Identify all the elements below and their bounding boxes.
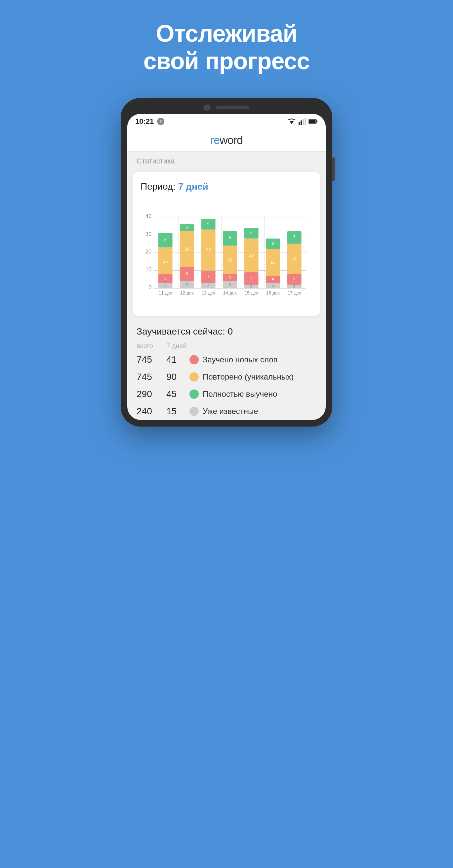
svg-text:16 дек: 16 дек [266, 290, 280, 296]
svg-text:2: 2 [293, 284, 295, 288]
svg-text:7: 7 [293, 235, 296, 239]
phone-screen: 10:21 ⊘ [127, 114, 326, 420]
svg-text:20: 20 [145, 249, 152, 255]
wifi-icon [287, 118, 296, 125]
svg-text:4: 4 [186, 283, 188, 286]
side-button-right [332, 157, 335, 181]
period-value: 7 дней [178, 181, 208, 192]
learning-now-label: Заучивается сейчас: [136, 326, 225, 337]
col-header-7days: 7 дней [166, 342, 190, 350]
svg-text:11 дек: 11 дек [159, 290, 172, 296]
svg-rect-6 [317, 120, 317, 122]
svg-text:15: 15 [270, 260, 275, 265]
svg-marker-0 [289, 121, 294, 124]
stats-card: Период: 7 дней 0 10 20 [133, 172, 320, 316]
chart-area: 0 10 20 30 40 3 5 15 [140, 198, 313, 305]
svg-text:15 дек: 15 дек [245, 290, 259, 296]
section-label: Статистика [127, 152, 326, 169]
table-row: 240 15 Уже известные [127, 403, 326, 420]
bar-chart: 0 10 20 30 40 3 5 15 [140, 198, 313, 305]
svg-text:16: 16 [227, 257, 232, 262]
page-title: Отслеживай свой прогресс [143, 20, 310, 75]
svg-text:30: 30 [145, 231, 152, 237]
svg-text:6: 6 [293, 276, 296, 281]
svg-text:10: 10 [145, 267, 152, 273]
row-label: Повторено (уникальных) [203, 372, 294, 381]
svg-text:0: 0 [149, 284, 152, 290]
row-label: Полностью выучено [203, 390, 277, 399]
svg-rect-4 [304, 118, 306, 125]
svg-text:17 дек: 17 дек [288, 290, 301, 296]
row-label: Заучено новых слов [203, 355, 278, 364]
svg-text:4: 4 [229, 275, 231, 279]
status-left: 10:21 ⊘ [135, 117, 164, 126]
svg-text:23: 23 [206, 247, 211, 252]
phone-top-bar [127, 104, 326, 111]
svg-text:3: 3 [207, 284, 209, 287]
table-header: всего 7 дней [127, 340, 326, 351]
svg-text:6: 6 [207, 221, 209, 226]
svg-text:5: 5 [164, 276, 167, 281]
svg-text:6: 6 [272, 241, 274, 246]
svg-text:14 дек: 14 дек [223, 290, 237, 296]
logo-re: re [210, 134, 220, 146]
svg-text:15: 15 [163, 259, 168, 264]
row-7days: 41 [166, 354, 190, 365]
svg-text:2: 2 [250, 284, 252, 288]
learning-now-row: Заучивается сейчас: 0 [127, 320, 326, 340]
svg-text:17: 17 [292, 256, 297, 261]
svg-text:8: 8 [186, 272, 188, 276]
svg-text:7: 7 [250, 276, 253, 281]
svg-text:4: 4 [229, 283, 231, 286]
svg-text:13 дек: 13 дек [202, 290, 216, 296]
legend-swatch [190, 372, 199, 381]
row-total: 240 [136, 406, 166, 416]
row-total: 745 [136, 372, 166, 382]
period-label: Период: [140, 181, 175, 192]
svg-text:3: 3 [164, 284, 166, 287]
svg-text:4: 4 [272, 277, 274, 281]
svg-text:12 дек: 12 дек [180, 290, 194, 296]
period-row: Период: 7 дней [140, 181, 313, 192]
signal-icon [299, 118, 306, 125]
svg-text:8: 8 [229, 235, 231, 240]
col-header-total: всего [136, 342, 166, 350]
legend-swatch [190, 390, 199, 399]
svg-text:8: 8 [164, 237, 167, 242]
svg-text:3: 3 [272, 284, 274, 287]
svg-text:40: 40 [145, 213, 152, 219]
row-label: Уже известные [203, 407, 258, 416]
row-total: 290 [136, 389, 166, 399]
svg-rect-1 [299, 122, 300, 125]
legend-swatch [190, 407, 199, 416]
logo-word: word [220, 134, 243, 146]
svg-rect-7 [309, 120, 316, 123]
table-row: 290 45 Полностью выучено [127, 385, 326, 403]
table-row: 745 90 Повторено (уникальных) [127, 368, 326, 385]
status-right [287, 118, 318, 125]
svg-text:7: 7 [207, 274, 209, 279]
learning-now-value: 0 [228, 326, 233, 337]
table-row: 745 41 Заучено новых слов [127, 351, 326, 368]
phone-shell: 10:21 ⊘ [121, 98, 332, 427]
svg-text:19: 19 [249, 252, 254, 257]
status-bar: 10:21 ⊘ [127, 114, 326, 128]
app-header: reword [127, 128, 326, 152]
row-7days: 15 [166, 406, 190, 416]
row-total: 745 [136, 354, 166, 365]
svg-rect-3 [302, 119, 304, 125]
speaker-bar [216, 106, 249, 109]
svg-text:4: 4 [186, 225, 188, 230]
status-time: 10:21 [135, 117, 154, 126]
svg-text:6: 6 [250, 230, 253, 235]
row-7days: 45 [166, 389, 190, 399]
legend-swatch [190, 355, 199, 364]
app-logo: reword [127, 134, 326, 147]
notification-icon: ⊘ [157, 118, 164, 125]
stats-table: 745 41 Заучено новых слов 745 90 Повторе… [127, 351, 326, 420]
battery-icon [309, 119, 318, 124]
camera-icon [204, 104, 210, 111]
svg-rect-2 [300, 120, 302, 125]
row-7days: 90 [166, 372, 190, 382]
svg-text:20: 20 [185, 247, 189, 251]
